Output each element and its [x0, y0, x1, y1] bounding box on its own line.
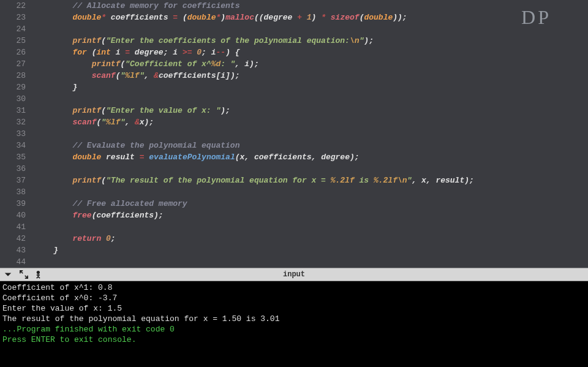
- line-number: 30: [0, 93, 26, 105]
- line-number: 32: [0, 116, 26, 128]
- line-number-gutter: 2223242526272829303132333435363738394041…: [0, 0, 31, 268]
- terminal-line: Press ENTER to exit console.: [2, 335, 586, 345]
- code-line[interactable]: // Evaluate the polynomial equation: [34, 140, 588, 151]
- terminal-line: The result of the polynomial equation fo…: [2, 314, 586, 324]
- code-line[interactable]: double* coefficients = (double*)malloc((…: [34, 12, 588, 23]
- terminal-line: Coefficient of x^1: 0.8: [2, 282, 586, 293]
- code-line[interactable]: }: [34, 81, 588, 93]
- svg-point-0: [37, 271, 40, 274]
- code-line[interactable]: [34, 128, 588, 140]
- line-number: 27: [0, 58, 26, 70]
- line-number: 37: [0, 175, 26, 186]
- line-number: 24: [0, 23, 26, 35]
- code-line[interactable]: printf("Enter the coefficients of the po…: [34, 35, 588, 47]
- line-number: 28: [0, 70, 26, 81]
- code-line[interactable]: [34, 256, 588, 268]
- code-line[interactable]: free(coefficients);: [34, 210, 588, 221]
- code-line[interactable]: for (int i = degree; i >= 0; i--) {: [34, 47, 588, 58]
- terminal-line: Enter the value of x: 1.5: [2, 303, 586, 314]
- line-number: 41: [0, 221, 26, 233]
- code-line[interactable]: printf("Coefficient of x^%d: ", i);: [34, 58, 588, 70]
- line-number: 35: [0, 151, 26, 163]
- terminal-line: ...Program finished with exit code 0: [2, 324, 586, 335]
- line-number: 44: [0, 256, 26, 268]
- code-line[interactable]: scanf("%lf", &coefficients[i]);: [34, 70, 588, 81]
- watermark: DP: [521, 6, 551, 29]
- code-line[interactable]: scanf("%lf", &x);: [34, 116, 588, 128]
- code-line[interactable]: // Free allocated memory: [34, 198, 588, 210]
- line-number: 36: [0, 163, 26, 175]
- code-line[interactable]: [34, 93, 588, 105]
- terminal-panel-header: input: [0, 268, 588, 281]
- line-number: 26: [0, 47, 26, 58]
- code-line[interactable]: double result = evaluatePolynomial(x, co…: [34, 151, 588, 163]
- line-number: 43: [0, 244, 26, 256]
- code-editor[interactable]: 2223242526272829303132333435363738394041…: [0, 0, 588, 268]
- line-number: 25: [0, 35, 26, 47]
- code-area[interactable]: DP // Allocate memory for coefficients d…: [31, 0, 588, 268]
- code-line[interactable]: [34, 23, 588, 35]
- code-line[interactable]: [34, 186, 588, 198]
- line-number: 42: [0, 233, 26, 244]
- code-line[interactable]: [34, 163, 588, 175]
- line-number: 29: [0, 81, 26, 93]
- line-number: 40: [0, 210, 26, 221]
- line-number: 22: [0, 0, 26, 12]
- terminal-output[interactable]: Coefficient of x^1: 0.8Coefficient of x^…: [0, 281, 588, 367]
- code-line[interactable]: printf("The result of the polynomial equ…: [34, 175, 588, 186]
- chevron-down-icon[interactable]: [4, 270, 12, 279]
- line-number: 34: [0, 140, 26, 151]
- code-line[interactable]: // Allocate memory for coefficients: [34, 0, 588, 12]
- line-number: 23: [0, 12, 26, 23]
- run-icon[interactable]: [36, 270, 44, 279]
- panel-title: input: [283, 270, 305, 279]
- terminal-line: Coefficient of x^0: -3.7: [2, 293, 586, 303]
- code-line[interactable]: }: [34, 244, 588, 256]
- line-number: 39: [0, 198, 26, 210]
- line-number: 38: [0, 186, 26, 198]
- expand-icon[interactable]: [20, 270, 28, 279]
- line-number: 31: [0, 105, 26, 116]
- line-number: 33: [0, 128, 26, 140]
- code-line[interactable]: printf("Enter the value of x: ");: [34, 105, 588, 116]
- code-line[interactable]: [34, 221, 588, 233]
- code-line[interactable]: return 0;: [34, 233, 588, 244]
